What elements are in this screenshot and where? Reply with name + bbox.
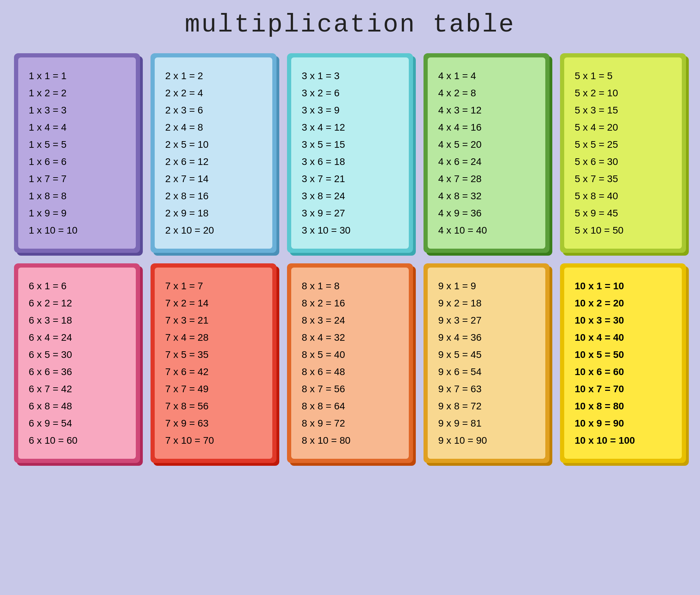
card-3-row-5: 3 x 5 = 15 bbox=[302, 136, 398, 153]
card-3-row-3: 3 x 3 = 9 bbox=[302, 102, 398, 119]
multiplication-card-5: 5 x 1 = 55 x 2 = 105 x 3 = 155 x 4 = 205… bbox=[560, 53, 686, 253]
card-3-row-4: 3 x 4 = 12 bbox=[302, 119, 398, 136]
card-1-row-2: 1 x 2 = 2 bbox=[29, 84, 125, 102]
card-8-row-3: 8 x 3 = 24 bbox=[302, 312, 398, 329]
card-7-row-9: 7 x 9 = 63 bbox=[165, 415, 262, 432]
card-4-row-3: 4 x 3 = 12 bbox=[438, 102, 535, 119]
card-9-row-10: 9 x 10 = 90 bbox=[438, 432, 535, 449]
card-2-row-4: 2 x 4 = 8 bbox=[165, 119, 262, 136]
card-inner-2: 2 x 1 = 22 x 2 = 42 x 3 = 62 x 4 = 82 x … bbox=[155, 57, 272, 249]
card-2-row-9: 2 x 9 = 18 bbox=[165, 205, 262, 222]
page-title: multiplication table bbox=[185, 11, 515, 39]
card-inner-10: 10 x 1 = 1010 x 2 = 2010 x 3 = 3010 x 4 … bbox=[564, 268, 682, 459]
multiplication-card-9: 9 x 1 = 99 x 2 = 189 x 3 = 279 x 4 = 369… bbox=[424, 263, 550, 463]
card-2-row-5: 2 x 5 = 10 bbox=[165, 136, 262, 153]
card-8-row-1: 8 x 1 = 8 bbox=[302, 277, 398, 295]
card-5-row-9: 5 x 9 = 45 bbox=[575, 205, 671, 222]
card-9-row-6: 9 x 6 = 54 bbox=[438, 363, 535, 380]
card-3-row-2: 3 x 2 = 6 bbox=[302, 84, 398, 102]
card-5-row-5: 5 x 5 = 25 bbox=[575, 136, 671, 153]
card-inner-1: 1 x 1 = 11 x 2 = 21 x 3 = 31 x 4 = 41 x … bbox=[18, 57, 136, 249]
card-10-row-6: 10 x 6 = 60 bbox=[575, 363, 671, 380]
card-8-row-8: 8 x 8 = 64 bbox=[302, 397, 398, 415]
multiplication-grid: 1 x 1 = 11 x 2 = 21 x 3 = 31 x 4 = 41 x … bbox=[14, 53, 686, 463]
card-1-row-7: 1 x 7 = 7 bbox=[29, 170, 125, 187]
multiplication-card-2: 2 x 1 = 22 x 2 = 42 x 3 = 62 x 4 = 82 x … bbox=[150, 53, 276, 253]
card-4-row-5: 4 x 5 = 20 bbox=[438, 136, 535, 153]
card-4-row-4: 4 x 4 = 16 bbox=[438, 119, 535, 136]
card-2-row-6: 2 x 6 = 12 bbox=[165, 153, 262, 170]
card-6-row-2: 6 x 2 = 12 bbox=[29, 295, 125, 312]
card-6-row-7: 6 x 7 = 42 bbox=[29, 380, 125, 397]
card-5-row-6: 5 x 6 = 30 bbox=[575, 153, 671, 170]
card-6-row-8: 6 x 8 = 48 bbox=[29, 397, 125, 415]
card-2-row-1: 2 x 1 = 2 bbox=[165, 67, 262, 84]
card-9-row-1: 9 x 1 = 9 bbox=[438, 277, 535, 295]
card-inner-7: 7 x 1 = 77 x 2 = 147 x 3 = 217 x 4 = 287… bbox=[155, 268, 272, 459]
card-1-row-5: 1 x 5 = 5 bbox=[29, 136, 125, 153]
card-6-row-5: 6 x 5 = 30 bbox=[29, 346, 125, 363]
card-1-row-1: 1 x 1 = 1 bbox=[29, 67, 125, 84]
card-10-row-10: 10 x 10 = 100 bbox=[575, 432, 671, 449]
card-4-row-1: 4 x 1 = 4 bbox=[438, 67, 535, 84]
card-7-row-5: 7 x 5 = 35 bbox=[165, 346, 262, 363]
card-2-row-8: 2 x 8 = 16 bbox=[165, 187, 262, 205]
card-8-row-5: 8 x 5 = 40 bbox=[302, 346, 398, 363]
multiplication-card-4: 4 x 1 = 44 x 2 = 84 x 3 = 124 x 4 = 164 … bbox=[424, 53, 550, 253]
card-8-row-7: 8 x 7 = 56 bbox=[302, 380, 398, 397]
card-7-row-8: 7 x 8 = 56 bbox=[165, 397, 262, 415]
multiplication-card-10: 10 x 1 = 1010 x 2 = 2010 x 3 = 3010 x 4 … bbox=[560, 263, 686, 463]
card-3-row-7: 3 x 7 = 21 bbox=[302, 170, 398, 187]
card-3-row-8: 3 x 8 = 24 bbox=[302, 187, 398, 205]
card-1-row-10: 1 x 10 = 10 bbox=[29, 222, 125, 239]
card-10-row-2: 10 x 2 = 20 bbox=[575, 295, 671, 312]
card-9-row-8: 9 x 8 = 72 bbox=[438, 397, 535, 415]
card-4-row-10: 4 x 10 = 40 bbox=[438, 222, 535, 239]
card-5-row-2: 5 x 2 = 10 bbox=[575, 84, 671, 102]
card-9-row-5: 9 x 5 = 45 bbox=[438, 346, 535, 363]
card-6-row-3: 6 x 3 = 18 bbox=[29, 312, 125, 329]
card-5-row-8: 5 x 8 = 40 bbox=[575, 187, 671, 205]
card-7-row-2: 7 x 2 = 14 bbox=[165, 295, 262, 312]
card-inner-4: 4 x 1 = 44 x 2 = 84 x 3 = 124 x 4 = 164 … bbox=[428, 57, 545, 249]
card-8-row-2: 8 x 2 = 16 bbox=[302, 295, 398, 312]
card-2-row-10: 2 x 10 = 20 bbox=[165, 222, 262, 239]
card-7-row-1: 7 x 1 = 7 bbox=[165, 277, 262, 295]
card-10-row-5: 10 x 5 = 50 bbox=[575, 346, 671, 363]
card-1-row-4: 1 x 4 = 4 bbox=[29, 119, 125, 136]
card-8-row-9: 8 x 9 = 72 bbox=[302, 415, 398, 432]
card-10-row-1: 10 x 1 = 10 bbox=[575, 277, 671, 295]
card-6-row-9: 6 x 9 = 54 bbox=[29, 415, 125, 432]
multiplication-card-6: 6 x 1 = 66 x 2 = 126 x 3 = 186 x 4 = 246… bbox=[14, 263, 140, 463]
multiplication-card-8: 8 x 1 = 88 x 2 = 168 x 3 = 248 x 4 = 328… bbox=[287, 263, 413, 463]
card-9-row-4: 9 x 4 = 36 bbox=[438, 329, 535, 346]
multiplication-card-3: 3 x 1 = 33 x 2 = 63 x 3 = 93 x 4 = 123 x… bbox=[287, 53, 413, 253]
card-3-row-9: 3 x 9 = 27 bbox=[302, 205, 398, 222]
card-1-row-6: 1 x 6 = 6 bbox=[29, 153, 125, 170]
card-7-row-10: 7 x 10 = 70 bbox=[165, 432, 262, 449]
card-5-row-4: 5 x 4 = 20 bbox=[575, 119, 671, 136]
card-4-row-8: 4 x 8 = 32 bbox=[438, 187, 535, 205]
card-7-row-3: 7 x 3 = 21 bbox=[165, 312, 262, 329]
card-9-row-9: 9 x 9 = 81 bbox=[438, 415, 535, 432]
card-10-row-3: 10 x 3 = 30 bbox=[575, 312, 671, 329]
card-8-row-4: 8 x 4 = 32 bbox=[302, 329, 398, 346]
card-9-row-3: 9 x 3 = 27 bbox=[438, 312, 535, 329]
card-6-row-1: 6 x 1 = 6 bbox=[29, 277, 125, 295]
multiplication-card-7: 7 x 1 = 77 x 2 = 147 x 3 = 217 x 4 = 287… bbox=[150, 263, 276, 463]
card-1-row-9: 1 x 9 = 9 bbox=[29, 205, 125, 222]
card-9-row-2: 9 x 2 = 18 bbox=[438, 295, 535, 312]
card-4-row-9: 4 x 9 = 36 bbox=[438, 205, 535, 222]
card-6-row-4: 6 x 4 = 24 bbox=[29, 329, 125, 346]
card-inner-8: 8 x 1 = 88 x 2 = 168 x 3 = 248 x 4 = 328… bbox=[291, 268, 409, 459]
card-1-row-8: 1 x 8 = 8 bbox=[29, 187, 125, 205]
card-inner-5: 5 x 1 = 55 x 2 = 105 x 3 = 155 x 4 = 205… bbox=[564, 57, 682, 249]
card-8-row-6: 8 x 6 = 48 bbox=[302, 363, 398, 380]
card-inner-3: 3 x 1 = 33 x 2 = 63 x 3 = 93 x 4 = 123 x… bbox=[291, 57, 409, 249]
multiplication-card-1: 1 x 1 = 11 x 2 = 21 x 3 = 31 x 4 = 41 x … bbox=[14, 53, 140, 253]
card-10-row-9: 10 x 9 = 90 bbox=[575, 415, 671, 432]
card-5-row-7: 5 x 7 = 35 bbox=[575, 170, 671, 187]
card-5-row-3: 5 x 3 = 15 bbox=[575, 102, 671, 119]
card-5-row-10: 5 x 10 = 50 bbox=[575, 222, 671, 239]
card-2-row-7: 2 x 7 = 14 bbox=[165, 170, 262, 187]
